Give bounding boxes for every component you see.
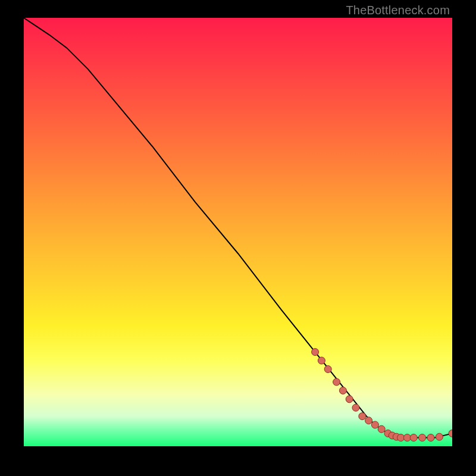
curve-marker xyxy=(397,434,405,441)
curve-marker xyxy=(449,430,452,437)
curve-marker xyxy=(427,434,434,441)
curve-marker xyxy=(352,404,359,411)
curve-marker xyxy=(312,349,319,356)
curve-layer xyxy=(24,18,452,446)
curve-marker xyxy=(419,434,426,441)
curve-marker xyxy=(346,396,353,403)
curve-marker xyxy=(333,378,340,386)
curve-marker xyxy=(365,417,372,424)
curve-marker xyxy=(371,421,378,428)
curve-marker xyxy=(410,434,417,441)
curve-marker xyxy=(339,387,346,394)
curve-marker xyxy=(359,413,366,420)
curve-marker xyxy=(378,425,385,433)
curve-marker xyxy=(318,357,325,364)
chart-frame: TheBottleneck.com xyxy=(0,0,476,476)
bottleneck-curve xyxy=(24,18,452,438)
curve-marker xyxy=(436,433,443,440)
curve-markers xyxy=(312,349,452,441)
curve-marker xyxy=(403,434,411,441)
attribution-text: TheBottleneck.com xyxy=(346,4,450,17)
curve-marker xyxy=(324,365,331,372)
plot-area xyxy=(24,18,452,446)
